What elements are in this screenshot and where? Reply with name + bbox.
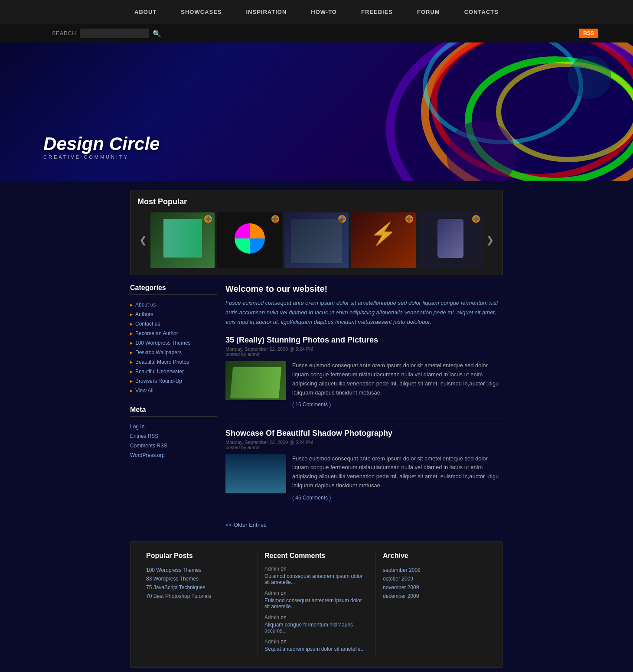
recent-comments-heading: Recent Comments [264,552,369,560]
article-1-date: Monday, September 22, 2009 @ 5:24 PM [225,346,313,352]
content-area: Categories About us Authors Contact us B… [130,284,503,528]
archive-widget: Archive september 2009 october 2009 nove… [376,552,494,657]
popular-post-4[interactable]: 70 Best Photoshop Tutorials [146,592,250,600]
category-link-authors[interactable]: Authors [135,311,153,317]
archive-dec-2009[interactable]: december 2009 [383,592,487,600]
search-input[interactable] [80,29,149,38]
article-2-thumbnail[interactable] [225,454,286,493]
gallery-wrapper: ❮ ➕ ➕ ➕ ➕ ➕ ❯ [137,212,496,268]
article-1-thumbnail[interactable] [225,361,286,400]
category-link-browsers[interactable]: Browsers Round-Up [135,378,182,384]
article-2-author: posted by admin [225,445,261,450]
gallery-item-1[interactable]: ➕ [150,212,215,268]
popular-post-3[interactable]: 75 JavaScript Techniques [146,583,250,592]
site-subtitle: CREATIVE COMMUNITY [43,154,160,160]
article-1-comments[interactable]: ( 16 Comments ) [292,401,503,409]
category-link-macro[interactable]: Beautiful Macro Photos [135,359,189,365]
hero-section: Design Circle CREATIVE COMMUNITY [0,42,633,181]
popular-post-1[interactable]: 100 Wordpress Themes [146,566,250,574]
gallery-item-1-badge: ➕ [204,215,212,223]
archive-nov-2009[interactable]: november 2009 [383,583,487,592]
svg-point-6 [447,121,516,181]
gallery-item-4-badge: ➕ [405,215,413,223]
svg-point-1 [434,42,633,177]
article-1-author: posted by admin [225,352,261,357]
older-entries-link[interactable]: << Older Entries [225,522,267,528]
article-2-comments[interactable]: ( 46 Comments ) [292,494,503,502]
category-link-wordpress[interactable]: 100 Wordpress Themes [135,340,191,346]
comment-on-1: on [281,566,286,572]
meta-wordpress[interactable]: WordPress.org [130,450,217,460]
category-link-underwater[interactable]: Beautiful Underwater [135,369,184,375]
list-item: 100 Wordpress Themes [130,338,217,348]
recent-comment-4: Admin on Sequat anteorem ipsum dolor sit… [264,639,369,653]
popular-posts-widget: Popular Posts 100 Wordpress Themes 83 Wo… [139,552,258,657]
hero-logo: Design Circle CREATIVE COMMUNITY [43,134,160,173]
nav-how-to[interactable]: HOW-TO [299,0,349,24]
gallery-prev-arrow[interactable]: ❮ [137,235,149,246]
article-2-meta: Monday, September 22, 2009 @ 5:24 PM pos… [225,440,503,450]
nav-forum[interactable]: FORUM [405,0,452,24]
nav-about[interactable]: ABOUT [122,0,169,24]
archive-sep-2009[interactable]: september 2009 [383,566,487,574]
article-2: Showcase Of Beautiful Shadow Photography… [225,429,503,511]
gallery-item-5-badge: ➕ [472,215,480,223]
article-1-body: Fusce euismod consequat ante orem ipsum … [225,361,503,409]
nav-contacts[interactable]: CONTACTS [452,0,511,24]
nav-freebies[interactable]: FREEBIES [349,0,405,24]
list-item: Beautiful Macro Photos [130,357,217,367]
gallery-item-4[interactable]: ➕ [351,212,415,268]
article-1-title[interactable]: 35 (Really) Stunning Photos and Pictures [225,336,503,345]
svg-point-4 [390,42,633,181]
comment-link-2[interactable]: Euismod consequat anteorem ipsum dolor s… [264,596,369,611]
comment-link-1[interactable]: Ouismod consequat anteorem ipsum dolor s… [264,572,369,587]
main-nav: ABOUT SHOWCASES INSPIRATION HOW-TO FREEB… [0,0,633,24]
gallery-item-2[interactable]: ➕ [217,212,281,268]
sidebar: Categories About us Authors Contact us B… [130,284,217,528]
category-link-about[interactable]: About us [135,302,156,308]
article-2-title[interactable]: Showcase Of Beautiful Shadow Photography [225,429,503,438]
list-item: Desktop Wallpapers [130,348,217,357]
article-2-date: Monday, September 22, 2009 @ 5:24 PM [225,440,313,445]
meta-heading: Meta [130,406,217,417]
archive-heading: Archive [383,552,487,560]
meta-login[interactable]: Log In [130,422,217,431]
category-link-become-author[interactable]: Become an Author [135,330,178,336]
svg-point-3 [499,64,633,160]
site-title: Design Circle [43,134,160,154]
commenter-3: Admin [264,614,279,620]
svg-point-5 [425,42,581,142]
popular-post-2[interactable]: 83 Wordpress Themes [146,574,250,583]
gallery-next-arrow[interactable]: ❯ [484,235,496,246]
meta-entries-rss[interactable]: Entries RSS [130,431,217,441]
popular-posts-heading: Popular Posts [146,552,250,560]
search-icon[interactable]: 🔍 [153,29,161,38]
article-2-body: Fusce euismod consequat ante orem ipsum … [225,454,503,502]
meta-comments-rss[interactable]: Comments RSS [130,441,217,450]
gallery-item-5[interactable]: ➕ [418,212,483,268]
nav-inspiration[interactable]: INSPIRATION [234,0,299,24]
gallery-item-2-badge: ➕ [271,215,279,223]
gallery-item-3[interactable]: ➕ [284,212,349,268]
list-item: View All [130,386,217,395]
recent-comment-3: Admin on Aliquam congue fermentum nislMa… [264,614,369,635]
welcome-text: Fusce euismod consequat ante orem ipsum … [225,298,503,327]
list-item: Authors [130,310,217,319]
article-1-text: Fusce euismod consequat ante orem ipsum … [292,361,503,409]
comment-link-3[interactable]: Aliquam congue fermentum nislMauris accu… [264,620,369,635]
rss-button[interactable]: RSS [579,29,598,38]
comment-on-3: on [281,614,286,620]
comment-link-4[interactable]: Sequat anteorem ipsum dolor sit ametelle… [264,645,369,653]
welcome-section: Welcome to our website! Fusce euismod co… [225,284,503,327]
category-link-contact[interactable]: Contact us [135,321,160,327]
recent-comment-1: Admin on Ouismod consequat anteorem ipsu… [264,566,369,587]
list-item: Beautiful Underwater [130,367,217,376]
list-item: Contact us [130,319,217,329]
comment-on-4: on [281,639,286,645]
category-link-viewall[interactable]: View All [135,388,153,394]
commenter-4: Admin [264,639,279,645]
archive-oct-2009[interactable]: october 2009 [383,574,487,583]
category-link-desktop[interactable]: Desktop Wallpapers [135,349,182,356]
welcome-heading: Welcome to our website! [225,284,503,294]
nav-showcases[interactable]: SHOWCASES [169,0,234,24]
